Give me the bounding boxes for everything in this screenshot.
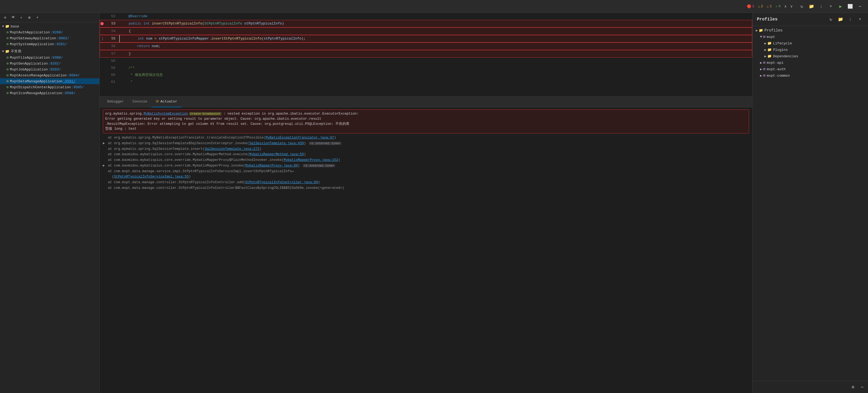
ok-status[interactable]: ✓ 4 <box>775 4 780 9</box>
list-item[interactable]: ⚙ MxptDataManageApplication :9501/ <box>0 78 99 84</box>
chevron-down-icon[interactable]: ∨ <box>790 4 793 9</box>
m-mxpt-common-icon: m <box>763 73 765 78</box>
folder-base-icon: 📁 <box>5 24 9 29</box>
download-button[interactable]: ↓ <box>817 3 825 10</box>
internal-badge-2: <1 internal line> <box>303 164 335 167</box>
tab-console[interactable]: Console <box>128 97 152 107</box>
link-2[interactable]: SqlSessionTemplate.java:439 <box>249 141 304 145</box>
mybatis-exception-link[interactable]: MyBatisSystemException <box>144 112 188 116</box>
link-1[interactable]: MyBatisExceptionTranslator.java:97 <box>266 136 334 140</box>
warn-status[interactable]: ⚠ 2 <box>758 4 763 9</box>
list-item[interactable]: ⚙ MxptAuthApplication :9200/ <box>0 29 99 35</box>
run-button[interactable]: ▶ <box>837 3 844 10</box>
download-profiles-button[interactable]: ↓ <box>846 15 854 23</box>
breakpoint-icon[interactable] <box>100 22 104 25</box>
main-layout: ✕ 👁 ⚡ ⊞ + ▼ 📁 base ⚙ MxptAuthApplication… <box>0 13 868 393</box>
internal-badge: <1 internal line> <box>309 142 341 145</box>
service-icon: ⚙ <box>6 56 9 60</box>
add-config-button[interactable]: + <box>34 14 40 21</box>
link-6[interactable]: MybatisMapperProxy.java:89 <box>245 164 298 168</box>
tree-item-plugins[interactable]: ▶ 📁 Plugins <box>752 46 868 53</box>
list-item[interactable]: ⚙ MxptAssessManageApplication :9504/ <box>0 72 99 78</box>
tree-section-base: ▼ 📁 base ⚙ MxptAuthApplication :9200/ ⚙ … <box>0 23 99 47</box>
code-line-56: 56 return num; <box>100 42 752 50</box>
m-mxpt-icon: m <box>763 35 765 39</box>
left-panel: ✕ 👁 ⚡ ⊞ + ▼ 📁 base ⚙ MxptAuthApplication… <box>0 13 100 393</box>
arrow-icon: | <box>101 35 103 42</box>
folder-lifecycle-icon: 📁 <box>767 41 772 45</box>
left-panel-content: ▼ 📁 base ⚙ MxptAuthApplication :9200/ ⚙ … <box>0 22 99 393</box>
bottom-panel: Debugger Console ⟳ Actuator org.mybatis.… <box>100 96 752 393</box>
chevron-lifecycle-icon: ▶ <box>764 41 766 45</box>
more-button[interactable]: ⋯ <box>856 3 864 10</box>
service-icon: ⚙ <box>6 67 9 71</box>
open-folder-button[interactable]: 📁 <box>808 3 815 10</box>
console-output[interactable]: org.mybatis.spring.MyBatisSystemExceptio… <box>100 107 752 393</box>
stack-line-5: at com.baomidou.mybatisplus.core.overrid… <box>103 157 749 163</box>
tree-item-mxpt-auth[interactable]: ▶ m mxpt-auth <box>752 66 868 72</box>
filter-button[interactable]: ⚡ <box>18 14 24 21</box>
close-button[interactable]: ✕ <box>2 14 8 21</box>
service-icon: ⚙ <box>6 30 9 34</box>
eye-button[interactable]: 👁 <box>10 14 16 21</box>
service-icon: ⚙ <box>6 42 9 46</box>
list-item[interactable]: ⚙ MxptJobApplication :9203/ <box>0 66 99 72</box>
code-line-57: 57 } <box>100 50 752 58</box>
create-breakpoint-badge[interactable]: Create breakpoint <box>189 112 221 116</box>
list-item[interactable]: ⚙ MxptGenApplication :9202/ <box>0 61 99 66</box>
window-button[interactable]: ⬜ <box>846 3 854 10</box>
tree-section-buchangyong: ▼ 📁 不常用 ⚙ MxptFileApplication :9300/ ⚙ M… <box>0 48 99 96</box>
stack-line-1: at org.mybatis.spring.MyBatisExceptionTr… <box>103 135 749 141</box>
open-profiles-button[interactable]: 📁 <box>837 15 844 23</box>
link-8[interactable]: StPptnRTypicalInfoController.java:89 <box>245 181 318 184</box>
center-panel: 52 @Override 53 public int insertStPptnR… <box>100 13 752 393</box>
link-5[interactable]: MybatisMapperProxy.java:152 <box>284 158 338 162</box>
folder-profiles-icon: 📁 <box>759 28 763 33</box>
error-status[interactable]: 🔴 1 <box>747 4 754 9</box>
tree-folder-base[interactable]: ▼ 📁 base <box>0 23 99 29</box>
chevron-mxpt-auth-icon: ▶ <box>760 67 762 71</box>
error-line-4: 型值 long : test <box>105 126 747 132</box>
chevron-profiles-icon: ▶ <box>756 29 758 33</box>
tree-item-profiles-root[interactable]: ▶ 📁 Profiles <box>752 27 868 34</box>
link-3[interactable]: SqlSessionTemplate.java:272 <box>205 147 259 151</box>
tree-item-dependencies[interactable]: ▶ 📁 Dependencies <box>752 53 868 60</box>
code-editor[interactable]: 52 @Override 53 public int insertStPptnR… <box>100 13 752 96</box>
code-line-60: 60 * 修改典型场次信息 <box>100 71 752 78</box>
right-panel-header: Profiles ↻ 📁 ↓ + <box>752 13 868 26</box>
tree-item-lifecycle[interactable]: ▶ 📁 Lifecycle <box>752 40 868 46</box>
stack-line-9: at com.mxpt.data.manage.controller.StPpt… <box>103 185 749 191</box>
right-panel-bottom: ⚙ ⋯ <box>752 381 868 393</box>
right-panel: Profiles ↻ 📁 ↓ + ▶ 📁 Profiles ▼ m mxpt <box>752 13 868 393</box>
list-item[interactable]: ⚙ MxptFileApplication :9300/ <box>0 55 99 61</box>
add-profile-button[interactable]: + <box>856 15 864 23</box>
error-line-2: Error getting generated key or setting r… <box>105 117 747 122</box>
settings-bottom-button[interactable]: ⚙ <box>849 383 857 391</box>
tree-item-mxpt[interactable]: ▼ m mxpt <box>752 34 868 40</box>
refresh-button[interactable]: ↻ <box>798 3 806 10</box>
chevron-up-icon[interactable]: ∧ <box>784 4 786 9</box>
refresh-profiles-button[interactable]: ↻ <box>827 15 835 23</box>
chevron-mxpt-api-icon: ▶ <box>760 61 762 65</box>
folder-dependencies-icon: 📁 <box>767 54 772 58</box>
list-item[interactable]: ⚙ MxptIconManageApplication :9508/ <box>0 90 99 96</box>
code-line-53: 53 public int insertStPptnRTypicalInfo(S… <box>100 20 752 27</box>
tab-actuator[interactable]: ⟳ Actuator <box>152 97 181 107</box>
list-item[interactable]: ⚙ MxptGatewayApplication :8082/ <box>0 35 99 41</box>
list-item[interactable]: ⚙ MxptDispatchCenterApplication :9505/ <box>0 84 99 90</box>
stack-line-4: at com.baomidou.mybatisplus.core.overrid… <box>103 152 749 157</box>
link-7[interactable]: StPptnRTypicalInfoServiceImpl.java:55 <box>114 175 189 178</box>
tab-debugger[interactable]: Debugger <box>103 97 128 107</box>
tree-item-mxpt-api[interactable]: ▶ m mxpt-api <box>752 60 868 66</box>
tree-item-mxpt-common[interactable]: ▶ m mxpt-common <box>752 72 868 79</box>
more-bottom-button[interactable]: ⋯ <box>858 383 866 391</box>
link-4[interactable]: MybatisMapperMethod.java:59 <box>249 153 304 156</box>
code-line-58: 58 <box>100 58 752 65</box>
pin-button[interactable]: ⊞ <box>26 14 32 21</box>
left-panel-toolbar: ✕ 👁 ⚡ ⊞ + <box>0 13 99 22</box>
alert-status[interactable]: ⚠ 1 <box>767 4 772 9</box>
m-mxpt-auth-icon: m <box>763 67 765 71</box>
list-item[interactable]: ⚙ MxptSystemApplication :9201/ <box>0 41 99 47</box>
tree-folder-buchangyong[interactable]: ▼ 📁 不常用 <box>0 48 99 55</box>
add-button[interactable]: + <box>827 3 835 10</box>
